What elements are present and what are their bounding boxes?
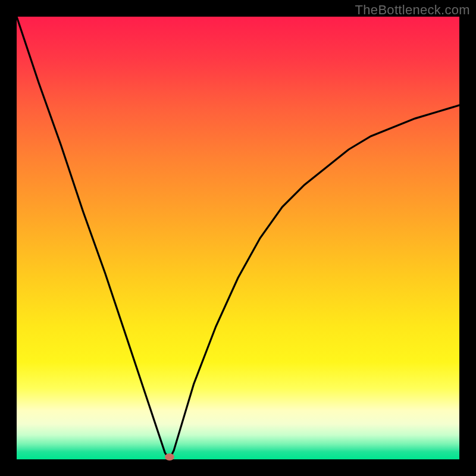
bottleneck-curve [17, 17, 459, 459]
plot-area [17, 17, 459, 459]
optimum-marker [165, 453, 174, 461]
watermark-text: TheBottleneck.com [355, 2, 470, 18]
chart-container: TheBottleneck.com [0, 0, 476, 476]
